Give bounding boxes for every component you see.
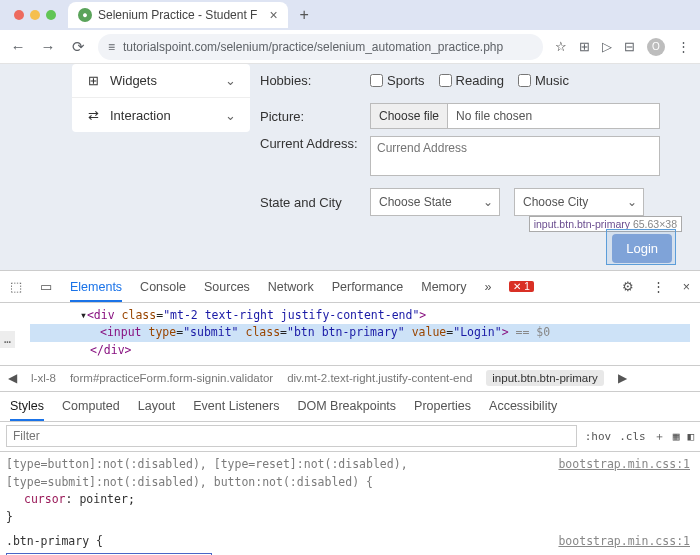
back-icon[interactable]: ← (10, 39, 26, 55)
bookmark-icon[interactable]: ☆ (555, 39, 567, 54)
style-source-link[interactable]: bootstrap.min.css:1 (558, 533, 690, 551)
sidebar-item-interaction[interactable]: ⇄Interaction ⌄ (72, 98, 250, 132)
city-select[interactable]: Choose City (514, 188, 644, 216)
chevron-down-icon: ⌄ (225, 108, 236, 123)
maximize-window-icon[interactable] (46, 10, 56, 20)
breadcrumb[interactable]: form#practiceForm.form-signin.validator (70, 372, 273, 384)
extensions-icon[interactable]: ⊞ (579, 39, 590, 54)
interaction-icon: ⇄ (86, 108, 100, 123)
file-name-text: No file chosen (448, 109, 540, 123)
subtab-layout[interactable]: Layout (138, 399, 176, 413)
address-label: Current Address: (260, 136, 370, 151)
inspect-tooltip: input.btn.btn-primary 65.63×38 (529, 216, 682, 232)
new-style-rule-icon[interactable]: ＋ (654, 429, 665, 444)
devtools-tabbar: ⬚ ▭ Elements Console Sources Network Per… (0, 271, 700, 303)
dom-breadcrumbs: ◀ l-xl-8 form#practiceForm.form-signin.v… (0, 366, 700, 392)
choose-file-button[interactable]: Choose file (371, 104, 448, 128)
tab-performance[interactable]: Performance (332, 280, 404, 294)
hobbies-label: Hobbies: (260, 73, 370, 88)
login-button[interactable]: Login (612, 234, 672, 263)
browser-tabbar: ● Selenium Practice - Student F × + (0, 0, 700, 30)
devtools-menu-icon[interactable]: ⋮ (652, 279, 665, 294)
toggle-pane-icon[interactable]: ◧ (687, 430, 694, 443)
puzzle-icon[interactable]: ⊟ (624, 39, 635, 54)
dom-tree[interactable]: … ▾<div class="mt-2 text-right justify-c… (0, 303, 700, 366)
crumb-prev-icon[interactable]: ◀ (8, 371, 17, 385)
sidebar-item-label: Interaction (110, 108, 171, 123)
device-mode-icon[interactable]: ▭ (40, 279, 52, 294)
styles-subtabs: Styles Computed Layout Event Listeners D… (0, 392, 700, 422)
minimize-window-icon[interactable] (30, 10, 40, 20)
style-source-link[interactable]: bootstrap.min.css:1 (558, 456, 690, 474)
close-window-icon[interactable] (14, 10, 24, 20)
profile-avatar[interactable]: O (647, 38, 665, 56)
file-input[interactable]: Choose file No file chosen (370, 103, 660, 129)
favicon-icon: ● (78, 8, 92, 22)
more-tabs-icon[interactable]: » (484, 280, 491, 294)
inspect-element-icon[interactable]: ⬚ (10, 279, 22, 294)
subtab-dom-breakpoints[interactable]: DOM Breakpoints (297, 399, 396, 413)
checkbox-sports[interactable]: Sports (370, 73, 425, 88)
browser-tab[interactable]: ● Selenium Practice - Student F × (68, 2, 288, 28)
sidebar-item-widgets[interactable]: ⊞Widgets ⌄ (72, 64, 250, 98)
sidebar: ⊞Widgets ⌄ ⇄Interaction ⌄ (72, 64, 250, 132)
tab-sources[interactable]: Sources (204, 280, 250, 294)
tab-memory[interactable]: Memory (421, 280, 466, 294)
tab-elements[interactable]: Elements (70, 280, 122, 302)
tab-title: Selenium Practice - Student F (98, 8, 257, 22)
site-info-icon[interactable]: ≡ (108, 40, 115, 54)
flex-editor-icon[interactable]: ▦ (673, 430, 680, 443)
dom-ellipsis: … (0, 331, 15, 348)
subtab-accessibility[interactable]: Accessibility (489, 399, 557, 413)
cast-icon[interactable]: ▷ (602, 39, 612, 54)
sidebar-item-label: Widgets (110, 73, 157, 88)
subtab-styles[interactable]: Styles (10, 399, 44, 421)
gear-icon[interactable]: ⚙ (622, 279, 634, 294)
breadcrumb[interactable]: div.mt-2.text-right.justify-content-end (287, 372, 472, 384)
reload-icon[interactable]: ⟳ (70, 39, 86, 55)
state-select[interactable]: Choose State (370, 188, 500, 216)
dom-selected-node[interactable]: <input type="submit" class="btn btn-prim… (30, 324, 690, 341)
widgets-icon: ⊞ (86, 73, 100, 88)
forward-icon[interactable]: → (40, 39, 56, 55)
chevron-down-icon: ⌄ (225, 73, 236, 88)
menu-icon[interactable]: ⋮ (677, 39, 690, 54)
picture-label: Picture: (260, 109, 370, 124)
tab-network[interactable]: Network (268, 280, 314, 294)
url-text: tutorialspoint.com/selenium/practice/sel… (123, 40, 503, 54)
checkbox-reading[interactable]: Reading (439, 73, 504, 88)
styles-toolbar: :hov .cls ＋ ▦ ◧ (0, 422, 700, 452)
crumb-next-icon[interactable]: ▶ (618, 371, 627, 385)
styles-pane[interactable]: bootstrap.min.css:1 [type=button]:not(:d… (0, 452, 700, 555)
filter-input[interactable] (6, 425, 577, 447)
subtab-listeners[interactable]: Event Listeners (193, 399, 279, 413)
devtools-close-icon[interactable]: × (683, 280, 690, 294)
tab-console[interactable]: Console (140, 280, 186, 294)
state-city-label: State and City (260, 195, 370, 210)
new-tab-icon[interactable]: + (294, 6, 315, 24)
subtab-computed[interactable]: Computed (62, 399, 120, 413)
breadcrumb-active[interactable]: input.btn.btn-primary (486, 370, 603, 386)
address-field[interactable]: ≡ tutorialspoint.com/selenium/practice/s… (98, 34, 543, 60)
subtab-properties[interactable]: Properties (414, 399, 471, 413)
checkbox-music[interactable]: Music (518, 73, 569, 88)
address-textarea[interactable] (370, 136, 660, 176)
breadcrumb[interactable]: l-xl-8 (31, 372, 56, 384)
url-bar: ← → ⟳ ≡ tutorialspoint.com/selenium/prac… (0, 30, 700, 64)
error-badge[interactable]: ✕ 1 (509, 281, 533, 292)
close-tab-icon[interactable]: × (269, 7, 277, 23)
cls-toggle[interactable]: .cls (619, 430, 646, 443)
hov-toggle[interactable]: :hov (585, 430, 612, 443)
window-controls (8, 10, 62, 20)
